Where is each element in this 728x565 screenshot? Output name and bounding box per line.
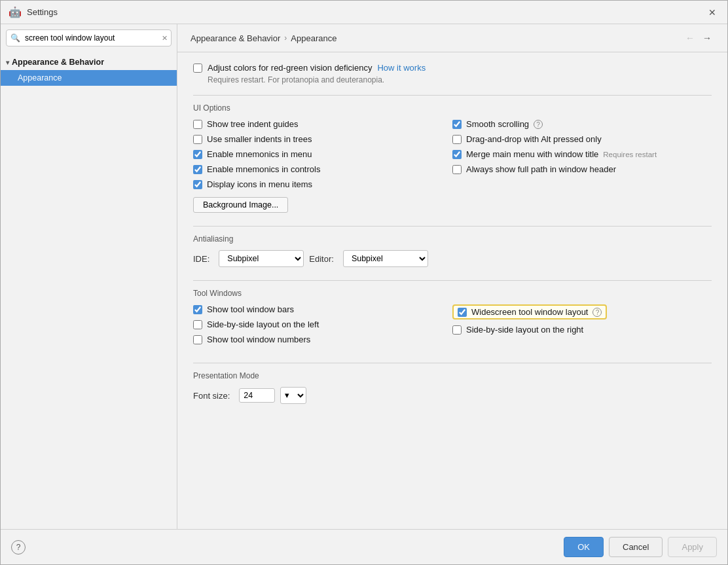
chevron-down-icon: ▾ [6, 59, 9, 66]
ide-label: IDE: [193, 254, 209, 264]
smooth-scrolling-checkbox[interactable] [452, 120, 462, 129]
checkbox-drag-drop: Drag-and-drop with Alt pressed only [452, 134, 712, 144]
show-tree-label: Show tree indent guides [207, 119, 298, 129]
antialiasing-row: IDE: No antialiasing Subpixel Greyscale … [193, 250, 712, 267]
show-numbers-label: Show tool window numbers [207, 335, 310, 344]
close-button[interactable]: ✕ [705, 5, 719, 20]
editor-antialiasing-select[interactable]: No antialiasing Subpixel Greyscale [343, 250, 428, 267]
app-icon: 🤖 [9, 6, 22, 18]
nav-back-button[interactable]: ← [683, 31, 697, 45]
search-box: 🔍 ✕ [6, 29, 172, 46]
checkbox-mnemonics-menu: Enable mnemonics in menu [193, 149, 452, 159]
checkbox-show-tree: Show tree indent guides [193, 119, 452, 129]
checkbox-show-tool-bars: Show tool window bars [193, 304, 452, 314]
ui-options-grid: Show tree indent guides Use smaller inde… [193, 119, 712, 194]
mnemonics-menu-checkbox[interactable] [193, 150, 202, 159]
mnemonics-controls-checkbox[interactable] [193, 165, 202, 174]
widescreen-label: Widescreen tool window layout [471, 307, 588, 317]
tool-windows-right-col: Widescreen tool window layout ? Side-by-… [452, 304, 712, 350]
breadcrumb-current: Appearance [291, 33, 337, 43]
font-size-label: Font size: [193, 391, 230, 401]
search-icon: 🔍 [10, 33, 20, 43]
bottom-bar: ? OK Cancel Apply [1, 529, 727, 564]
widescreen-highlighted-wrapper: Widescreen tool window layout ? [452, 304, 607, 319]
sidebar-tree: ▾ Appearance & Behavior Appearance [1, 52, 177, 529]
side-by-side-right-label: Side-by-side layout on the right [466, 325, 583, 335]
smaller-indents-checkbox[interactable] [193, 135, 202, 144]
checkbox-side-by-side-right: Side-by-side layout on the right [452, 325, 712, 335]
tool-windows-title: Tool Windows [193, 289, 712, 298]
widescreen-help-icon[interactable]: ? [592, 308, 602, 317]
side-by-side-right-checkbox[interactable] [452, 325, 462, 335]
drag-drop-checkbox[interactable] [452, 135, 462, 144]
sidebar-group-appearance-behavior: ▾ Appearance & Behavior Appearance [1, 54, 177, 86]
color-vision-section: Adjust colors for red-green vision defic… [193, 63, 712, 84]
settings-window: 🤖 Settings ✕ 🔍 ✕ ▾ Appearance & Behavior… [0, 0, 728, 565]
ui-options-right-col: Smooth scrolling ? Drag-and-drop with Al… [452, 119, 712, 194]
divider-presentation [193, 363, 712, 363]
checkbox-display-icons: Display icons in menu items [193, 179, 452, 189]
color-vision-label: Adjust colors for red-green vision defic… [208, 63, 372, 73]
checkbox-widescreen: Widescreen tool window layout ? [452, 304, 712, 319]
tool-windows-section: Tool Windows Show tool window bars Side-… [193, 289, 712, 350]
tool-windows-left-col: Show tool window bars Side-by-side layou… [193, 304, 452, 350]
tool-windows-grid: Show tool window bars Side-by-side layou… [193, 304, 712, 350]
checkbox-full-path: Always show full path in window header [452, 164, 712, 174]
sidebar-item-label: Appearance [18, 73, 62, 82]
divider-antialiasing [193, 226, 712, 227]
divider-ui-options [193, 95, 712, 96]
search-clear-icon[interactable]: ✕ [162, 34, 168, 43]
settings-scroll-area: Adjust colors for red-green vision defic… [177, 52, 727, 529]
show-tool-bars-checkbox[interactable] [193, 305, 202, 314]
smaller-indents-label: Use smaller indents in trees [207, 134, 312, 144]
checkbox-show-numbers: Show tool window numbers [193, 335, 452, 344]
sidebar-group-header[interactable]: ▾ Appearance & Behavior [1, 54, 177, 70]
merge-menu-restart-note: Requires restart [603, 151, 657, 158]
nav-forward-button[interactable]: → [700, 31, 714, 45]
show-tree-checkbox[interactable] [193, 120, 202, 129]
side-by-side-left-checkbox[interactable] [193, 320, 202, 329]
ok-button[interactable]: OK [564, 537, 604, 557]
ui-options-section: UI Options Show tree indent guides Use s… [193, 103, 712, 213]
ui-options-left-col: Show tree indent guides Use smaller inde… [193, 119, 452, 194]
drag-drop-label: Drag-and-drop with Alt pressed only [466, 134, 602, 144]
antialiasing-title: Antialiasing [193, 234, 712, 244]
side-by-side-left-label: Side-by-side layout on the left [207, 319, 319, 329]
color-vision-note: Requires restart. For protanopia and deu… [193, 75, 712, 84]
bottom-left: ? [11, 540, 26, 555]
ui-options-title: UI Options [193, 103, 712, 113]
font-size-input[interactable] [239, 388, 275, 403]
help-button[interactable]: ? [11, 540, 26, 555]
apply-button[interactable]: Apply [668, 537, 717, 557]
background-image-button[interactable]: Background Image... [193, 197, 288, 213]
how-it-works-link[interactable]: How it works [377, 63, 426, 73]
merge-menu-checkbox[interactable] [452, 150, 462, 159]
font-size-select[interactable]: ▾ [280, 387, 306, 404]
color-vision-checkbox[interactable] [193, 64, 202, 73]
presentation-title: Presentation Mode [193, 371, 712, 380]
breadcrumb-bar: Appearance & Behavior › Appearance ← → [177, 24, 727, 52]
sidebar-group-label: Appearance & Behavior [12, 58, 104, 67]
checkbox-side-by-side-left: Side-by-side layout on the left [193, 319, 452, 329]
window-title: Settings [27, 7, 700, 17]
search-input[interactable] [6, 29, 172, 46]
mnemonics-controls-label: Enable mnemonics in controls [207, 164, 320, 174]
checkbox-merge-menu: Merge main menu with window title Requir… [452, 149, 712, 159]
smooth-scrolling-help-icon[interactable]: ? [534, 120, 543, 129]
display-icons-checkbox[interactable] [193, 180, 202, 189]
smooth-scrolling-label: Smooth scrolling [466, 119, 529, 129]
cancel-button[interactable]: Cancel [609, 537, 663, 557]
widescreen-checkbox[interactable] [458, 308, 467, 317]
merge-menu-label: Merge main menu with window title [466, 149, 598, 159]
show-numbers-checkbox[interactable] [193, 335, 202, 344]
sidebar-item-appearance[interactable]: Appearance [1, 70, 177, 86]
ide-antialiasing-select[interactable]: No antialiasing Subpixel Greyscale [219, 250, 304, 267]
checkbox-smooth-scrolling: Smooth scrolling ? [452, 119, 712, 129]
show-tool-bars-label: Show tool window bars [207, 304, 294, 314]
mnemonics-menu-label: Enable mnemonics in menu [207, 149, 312, 159]
antialiasing-section: Antialiasing IDE: No antialiasing Subpix… [193, 234, 712, 267]
main-area: 🔍 ✕ ▾ Appearance & Behavior Appearance [1, 24, 727, 529]
breadcrumb-separator: › [284, 33, 287, 43]
editor-label: Editor: [309, 254, 334, 264]
full-path-checkbox[interactable] [452, 165, 462, 174]
